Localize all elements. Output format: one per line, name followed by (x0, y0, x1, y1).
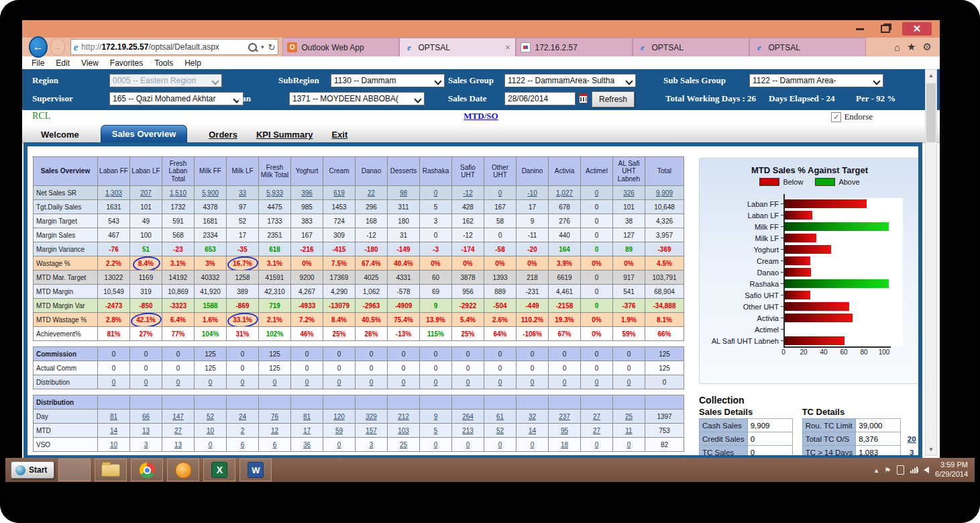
cell[interactable]: 13 (162, 438, 195, 452)
cell[interactable]: 212 (388, 410, 420, 424)
browser-tab[interactable]: OOutlook Web App (282, 38, 399, 56)
cell[interactable]: 157 (356, 424, 388, 438)
cell[interactable]: 14 (98, 424, 130, 438)
browser-tab[interactable]: 172.16.2.57 (516, 38, 633, 56)
tab-sales-overview[interactable]: Sales Overview (101, 125, 187, 142)
scroll-up-icon[interactable]: ▲ (926, 70, 936, 81)
cell[interactable]: -10 (516, 186, 549, 200)
minimize-button[interactable] (850, 22, 870, 36)
cell[interactable]: 0 (581, 438, 613, 452)
cell[interactable]: 0 (484, 438, 516, 452)
cell[interactable]: 59 (323, 424, 356, 438)
cell[interactable]: 0 (162, 375, 195, 389)
cell[interactable]: 5,900 (195, 186, 227, 200)
start-button[interactable]: Start (11, 461, 54, 479)
cell[interactable]: 0 (516, 438, 549, 452)
menu-favorites[interactable]: Favorites (110, 58, 143, 68)
back-button[interactable]: ← (29, 36, 48, 58)
excel-taskbar-button[interactable] (203, 459, 235, 481)
region-select[interactable]: 0005 -- Eastern Region (109, 74, 222, 87)
action-center-flag-icon[interactable]: ⚑ (884, 466, 891, 475)
cell[interactable]: 81 (291, 410, 323, 424)
cell[interactable]: 14 (516, 424, 549, 438)
browser-tab[interactable]: eOPTSAL (633, 38, 749, 56)
cell[interactable]: 0 (323, 438, 356, 452)
refresh-icon[interactable]: ↻ (268, 42, 276, 52)
cell[interactable]: 120 (323, 410, 356, 424)
cell[interactable]: 5 (420, 424, 452, 438)
cell[interactable]: 98 (388, 186, 420, 200)
cell[interactable]: 0 (420, 438, 452, 452)
cell[interactable]: 11 (613, 424, 645, 438)
cell[interactable]: 213 (452, 424, 484, 438)
sub-sales-group-select[interactable]: 1122 -- Dammam Area- (749, 74, 883, 87)
cell[interactable]: 2 (227, 424, 259, 438)
cell[interactable]: 264 (452, 410, 484, 424)
ie-taskbar-button[interactable] (58, 459, 91, 481)
cell[interactable]: 9 (420, 410, 452, 424)
cell[interactable]: 24 (227, 410, 259, 424)
cell[interactable]: 0 (549, 375, 581, 389)
sales-date-input[interactable]: 28/06/2014 (504, 92, 576, 105)
cell[interactable]: 0 (581, 186, 613, 200)
cell[interactable]: 0 (484, 186, 516, 200)
cell[interactable]: 33 (227, 186, 259, 200)
cell[interactable]: 0 (452, 438, 484, 452)
cell[interactable]: 0 (259, 375, 291, 389)
cell[interactable]: 17 (291, 424, 323, 438)
folder-taskbar-button[interactable] (95, 459, 127, 481)
cell[interactable]: 0 (420, 375, 452, 389)
cell[interactable]: 81 (98, 410, 130, 424)
cell[interactable]: 0 (98, 375, 130, 389)
cell[interactable]: 326 (613, 186, 645, 200)
cell[interactable]: 147 (162, 410, 195, 424)
cell[interactable]: 0 (388, 375, 420, 389)
cell[interactable]: 61 (484, 410, 516, 424)
count-link[interactable]: 20 (901, 432, 918, 446)
dropdown-icon[interactable]: ▾ (261, 44, 264, 50)
supervisor-select[interactable]: 165 -- Qazi Mohamed Akhtar (109, 92, 243, 105)
cell[interactable]: 6 (227, 438, 259, 452)
cell[interactable]: 27 (581, 424, 613, 438)
cell[interactable]: 27 (581, 410, 613, 424)
refresh-button[interactable]: Refresh (592, 91, 635, 107)
menu-view[interactable]: View (81, 58, 99, 68)
cell[interactable]: 0 (420, 186, 452, 200)
close-button[interactable]: ✕ (902, 22, 932, 36)
cell[interactable]: 3 (130, 438, 162, 452)
home-icon[interactable]: ⌂ (894, 42, 900, 53)
tray-expand-icon[interactable]: ▴ (875, 466, 879, 475)
cell[interactable]: 32 (516, 410, 549, 424)
cell[interactable]: 207 (130, 186, 162, 200)
browser-tab[interactable]: eOPTSAL× (399, 38, 516, 56)
cell[interactable]: 3 (356, 438, 388, 452)
favorites-star-icon[interactable]: ★ (907, 41, 916, 53)
cell[interactable]: 25 (388, 438, 420, 452)
cell[interactable]: 237 (549, 410, 581, 424)
speaker-icon[interactable] (924, 467, 929, 473)
mtdso-link[interactable]: MTD/SO (22, 111, 940, 122)
search-icon[interactable] (248, 43, 257, 52)
cell[interactable]: 0 (516, 375, 549, 389)
cell[interactable]: 27 (162, 424, 195, 438)
cell[interactable]: 619 (323, 186, 356, 200)
menu-file[interactable]: File (32, 58, 44, 68)
cell[interactable]: 76 (259, 410, 291, 424)
cell[interactable]: 66 (130, 410, 162, 424)
forward-button[interactable]: → (50, 38, 65, 56)
tab-close-icon[interactable]: × (504, 42, 512, 52)
cell[interactable]: 0 (195, 438, 227, 452)
cell[interactable]: 12 (259, 424, 291, 438)
subregion-select[interactable]: 1130 -- Dammam (331, 74, 445, 87)
cell[interactable]: 22 (356, 186, 388, 200)
cell[interactable]: 0 (581, 375, 613, 389)
cell[interactable]: 52 (195, 410, 227, 424)
scrollbar-thumb[interactable] (926, 83, 936, 142)
cell[interactable]: 0 (613, 438, 645, 452)
chrome-taskbar-button[interactable] (131, 459, 163, 481)
vertical-scrollbar[interactable]: ▲ ▼ (925, 69, 937, 456)
van-select[interactable]: 1371 -- MOYDEEN ABBOBA( (289, 92, 425, 105)
menu-edit[interactable]: Edit (56, 58, 70, 68)
cell[interactable]: 1,510 (162, 186, 195, 200)
scroll-down-icon[interactable]: ▼ (926, 444, 936, 455)
